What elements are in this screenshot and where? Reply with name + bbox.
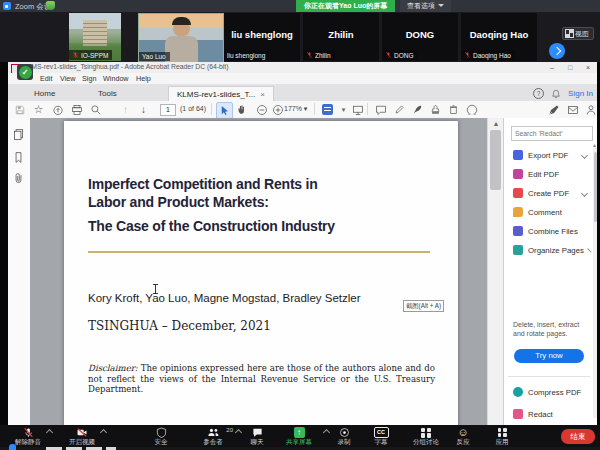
start-video-button[interactable]: 开启视频 [54, 426, 110, 447]
slide-divider-rule [88, 251, 430, 253]
bookmarks-icon[interactable] [12, 151, 26, 165]
chevron-down-icon [581, 151, 588, 158]
tab-document[interactable]: KLMS-rev1-slides_T...× [168, 86, 274, 102]
slide-authors: Kory Kroft, Yao Luo, Magne Mogstad, Brad… [88, 292, 361, 304]
menu-edit[interactable]: Edit [40, 73, 52, 84]
compress-pdf-icon [513, 387, 523, 397]
menu-view[interactable]: View [60, 73, 75, 84]
stamp-icon[interactable] [428, 102, 443, 117]
chevron-up-icon[interactable] [100, 429, 107, 436]
page-number-input[interactable] [160, 104, 176, 116]
zoom-level-dropdown[interactable]: 177% ▾ [284, 105, 307, 113]
help-icon[interactable]: ? [533, 88, 544, 99]
control-label: 安全 [155, 438, 168, 447]
chevron-down-icon [581, 189, 588, 196]
tab-tools[interactable]: Tools [90, 86, 125, 101]
bell-icon[interactable] [551, 89, 561, 99]
page-count-label: (1 of 64) [180, 105, 206, 112]
tool-edit-pdf[interactable]: Edit PDF [513, 167, 593, 181]
tool-export-pdf[interactable]: Export PDF [513, 148, 593, 162]
search-icon[interactable] [88, 102, 103, 117]
star-favorites-icon[interactable]: ☆ [31, 102, 46, 117]
send-track-icon[interactable] [464, 102, 479, 117]
pencil-icon[interactable] [392, 102, 407, 117]
signature-quill-icon[interactable] [410, 102, 425, 117]
control-label: 开启视频 [69, 438, 95, 447]
zoom-out-icon[interactable] [254, 102, 269, 117]
encryption-shield-icon [46, 1, 55, 10]
participant-tile-io-sppm[interactable]: IO-SPPM [69, 13, 121, 61]
acrobat-window-title: KLMS-rev1-slides_Tsinghua.pdf - Adobe Ac… [23, 63, 229, 70]
close-button[interactable]: × [579, 62, 597, 73]
participant-tile-dong[interactable]: DONG DONG [382, 13, 458, 61]
participant-tile-daoqing-hao[interactable]: Daoqing Hao Daoqing Hao [461, 13, 537, 61]
tool-compress-pdf[interactable]: Compress PDF [513, 385, 593, 399]
acrobat-menu-bar: Edit View Sign Window Help [8, 73, 597, 84]
text-cursor [155, 284, 156, 294]
trash-icon[interactable] [446, 102, 461, 117]
chevron-down-icon[interactable]: ▾ [336, 102, 351, 117]
participant-tile-yao-luo[interactable]: Yao Luo [138, 13, 224, 63]
page-display-icon[interactable] [320, 102, 335, 117]
scrollbar-thumb[interactable] [490, 130, 501, 190]
menu-sign[interactable]: Sign [82, 73, 96, 84]
person-body [165, 36, 198, 62]
user-account-icon[interactable] [583, 102, 597, 117]
page-thumbnails-icon[interactable] [12, 128, 26, 142]
security-check-badge-icon: ✓ [17, 64, 33, 80]
fill-sign-pen-icon[interactable] [546, 102, 561, 117]
attachments-paperclip-icon[interactable] [12, 172, 26, 186]
try-now-button[interactable]: Try now [514, 349, 584, 363]
next-page-icon[interactable]: ↓ [136, 102, 151, 117]
next-participants-button[interactable] [549, 43, 565, 59]
participants-icon [207, 427, 220, 438]
presentation-icon[interactable] [350, 102, 365, 117]
comment-icon[interactable] [373, 102, 388, 117]
view-options-label: 查看选项 [407, 2, 435, 9]
screenshot-shortcut-tooltip: 截图(Alt + A) [403, 300, 444, 312]
view-options-button[interactable]: 查看选项 [400, 0, 451, 12]
cc-icon: CC [374, 427, 389, 438]
scroll-up-icon[interactable]: ▲ [488, 118, 504, 129]
camera-off-icon [76, 427, 88, 438]
menu-help[interactable]: Help [136, 73, 151, 84]
envelope-icon[interactable] [565, 102, 580, 117]
tool-create-pdf[interactable]: Create PDF [513, 186, 593, 200]
gallery-view-button[interactable]: 视图 [562, 27, 594, 40]
document-scrollbar[interactable]: ▲ [487, 118, 504, 427]
security-button[interactable]: 安全 [133, 426, 189, 447]
share-upload-icon[interactable] [50, 102, 65, 117]
participant-name-label: IO-SPPM [69, 50, 112, 60]
apps-button[interactable]: 应用 [474, 426, 530, 447]
save-icon[interactable] [12, 102, 27, 117]
tab-home[interactable]: Home [26, 86, 63, 101]
close-tab-icon[interactable]: × [260, 90, 265, 99]
participant-tile-liu-shenglong[interactable]: liu shenglong liu shenglong [224, 13, 300, 61]
minimize-button[interactable]: – [543, 62, 561, 73]
tool-organize-pages[interactable]: Organize Pages [513, 243, 593, 257]
tools-search-input[interactable] [511, 126, 593, 141]
select-tool-icon[interactable] [216, 102, 233, 119]
zoom-in-icon[interactable] [270, 102, 285, 117]
screen: Zoom 会议 你正在观看Yao Luo的屏幕 查看选项 IO-SPPM Yao… [0, 0, 600, 450]
tool-redact[interactable]: Redact [513, 407, 593, 421]
participant-display-name: Daoqing Hao [461, 29, 537, 40]
sign-in-button[interactable]: Sign In [568, 89, 593, 98]
left-navigation-rail [8, 118, 31, 427]
unmute-button[interactable]: 解除静音 [0, 426, 56, 447]
participant-name-label: Yao Luo [139, 52, 170, 61]
end-meeting-button[interactable]: 结束 [561, 429, 595, 444]
maximize-button[interactable]: □ [561, 62, 579, 73]
previous-page-icon[interactable]: ↑ [118, 102, 133, 117]
chat-bubble-icon [252, 427, 263, 438]
participant-tile-zhilin[interactable]: Zhilin Zhilin [303, 13, 379, 61]
hand-tool-icon[interactable] [235, 102, 250, 117]
slide-title-line2: Labor and Product Markets: [88, 194, 269, 210]
menu-window[interactable]: Window [103, 73, 129, 84]
print-icon[interactable] [69, 102, 84, 117]
tool-comment[interactable]: Comment [513, 205, 593, 219]
slide-title-line1: Imperfect Competition and Rents in [88, 176, 318, 192]
chevron-up-icon[interactable] [46, 429, 53, 436]
tool-combine-files[interactable]: Combine Files [513, 224, 593, 238]
participant-name-text: Daoqing Hao [473, 52, 511, 59]
